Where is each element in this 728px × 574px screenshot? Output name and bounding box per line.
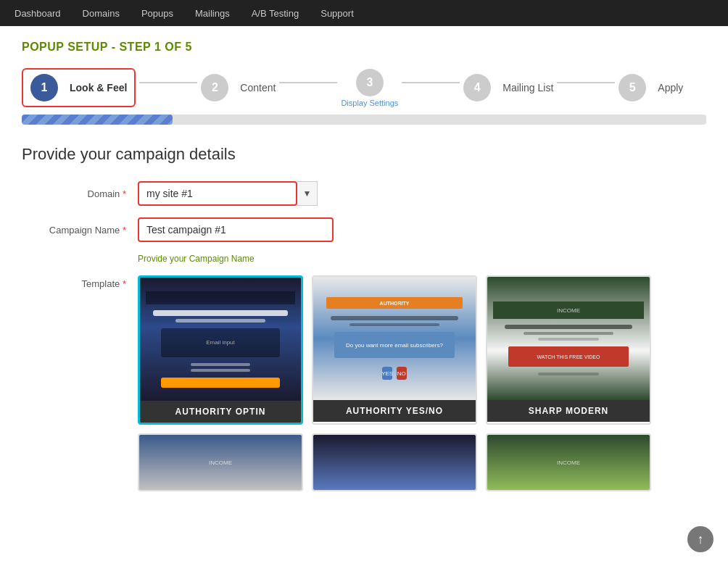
template-label: Template * [22, 275, 138, 289]
step-4-label: Mailing List [502, 82, 553, 93]
step-connector-3 [402, 82, 460, 83]
nav-mailings[interactable]: Mailings [195, 8, 230, 19]
template-preview-sharp-modern: INCOME WATCH THIS FREE VIDEO [487, 277, 650, 400]
step-2-label: Content [240, 82, 276, 93]
top-navigation: Dashboard Domains Popups Mailings A/B Te… [0, 0, 728, 26]
template-preview-authority-yesno: AUTHORITY Do you want more email subscri… [313, 277, 476, 400]
template-row: Template * Email input [22, 275, 706, 491]
campaign-label: Campaign Name * [22, 225, 138, 236]
template-preview-authority-optin: Email input [140, 278, 301, 401]
step-5-label: Apply [658, 82, 683, 93]
step-3-sublabel: Display Settings [341, 99, 398, 107]
step-1-circle: 1 [30, 74, 58, 101]
step-4-circle: 4 [463, 74, 491, 101]
nav-domains[interactable]: Domains [83, 8, 120, 19]
template-grid: Email input AUTHORITY OPTIN [138, 275, 651, 425]
step-connector-4 [557, 82, 615, 83]
campaign-name-row: Campaign Name * [22, 217, 706, 242]
step-3[interactable]: 3 Display Settings [341, 69, 398, 107]
step-connector-2 [279, 82, 337, 83]
nav-abtesting[interactable]: A/B Testing [252, 8, 299, 19]
domain-label: Domain * [22, 188, 138, 199]
step-2-circle: 2 [201, 74, 228, 101]
section-title: Provide your campaign details [22, 145, 706, 164]
domain-row: Domain * ▼ [22, 181, 706, 206]
domain-input[interactable] [138, 181, 297, 206]
step-connector-1 [139, 82, 197, 83]
domain-select-wrap: ▼ [138, 181, 318, 206]
template-caption-authority-yesno: AUTHORITY YES/NO [313, 400, 476, 422]
steps-wizard: 1 Look & Feel 2 Content [22, 68, 706, 107]
campaign-hint: Provide your Campaign Name [138, 254, 706, 264]
thumb-card-2[interactable] [312, 433, 477, 491]
template-card-authority-optin[interactable]: Email input AUTHORITY OPTIN [138, 275, 303, 425]
template-caption-authority-optin: AUTHORITY OPTIN [140, 401, 301, 423]
campaign-name-input[interactable] [138, 217, 334, 242]
step-5[interactable]: 5 Apply [619, 74, 683, 101]
step-3-circle: 3 [356, 69, 384, 96]
step-5-circle: 5 [619, 74, 646, 101]
progress-bar-fill [22, 115, 173, 125]
page-title: POPUP SETUP - STEP 1 OF 5 [22, 41, 706, 54]
nav-support[interactable]: Support [320, 8, 354, 19]
progress-bar [22, 115, 706, 125]
nav-popups[interactable]: Popups [141, 8, 173, 19]
step-2[interactable]: 2 Content [201, 74, 276, 101]
template-card-authority-yesno[interactable]: AUTHORITY Do you want more email subscri… [312, 275, 477, 425]
domain-dropdown-arrow[interactable]: ▼ [297, 181, 318, 206]
thumb-card-1[interactable]: INCOME [138, 433, 303, 491]
step-4[interactable]: 4 Mailing List [463, 74, 553, 101]
nav-dashboard[interactable]: Dashboard [15, 8, 61, 19]
template-caption-sharp-modern: SHARP MODERN [487, 400, 650, 422]
template-card-sharp-modern[interactable]: INCOME WATCH THIS FREE VIDEO SHARP MODER… [486, 275, 651, 425]
step-1-label: Look & Feel [70, 82, 127, 93]
step-1[interactable]: 1 Look & Feel [22, 68, 136, 107]
template-thumbnails-strip: INCOME INCOME [138, 433, 651, 491]
thumb-card-3[interactable]: INCOME [486, 433, 651, 491]
